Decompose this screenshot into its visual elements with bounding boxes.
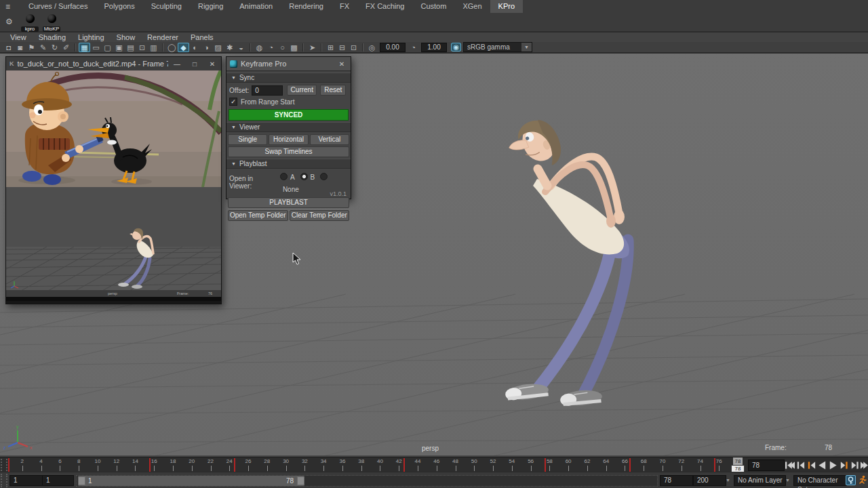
- playback-range-bar[interactable]: 1 78: [78, 476, 304, 486]
- close-icon[interactable]: ✕: [333, 60, 351, 68]
- horizontal-viewer-button[interactable]: Horizontal: [269, 134, 308, 145]
- lock-camera-icon[interactable]: ◙: [14, 43, 26, 52]
- shelf-tab-curves-surfaces[interactable]: Curves / Surfaces: [20, 0, 96, 13]
- single-pane-icon[interactable]: ⊡: [348, 43, 359, 52]
- backface-culling-icon[interactable]: ○: [277, 43, 288, 52]
- open-in-viewer-radio-none[interactable]: [320, 173, 328, 180]
- shelf-button-mtokp[interactable]: MtoKP: [42, 14, 61, 32]
- playback-start-field[interactable]: 1: [42, 475, 74, 486]
- synced-status-button[interactable]: SYNCED: [229, 109, 349, 121]
- select-camera-icon[interactable]: ◘: [3, 43, 14, 52]
- swap-timelines-button[interactable]: Swap Timelines: [228, 146, 349, 157]
- panel-menu-view[interactable]: View: [4, 33, 33, 42]
- range-grip[interactable]: [1, 474, 7, 487]
- step-back-frame-button[interactable]: [806, 460, 816, 470]
- single-viewer-button[interactable]: Single: [228, 134, 267, 145]
- animation-preferences-button[interactable]: [858, 475, 867, 485]
- flat-shade-icon[interactable]: ◐: [189, 43, 201, 52]
- vertical-viewer-button[interactable]: Vertical: [310, 134, 349, 145]
- keyframe-pro-window[interactable]: Keyframe Pro ✕ ▼ Sync Offset: 0 Current …: [226, 56, 351, 199]
- exposure-field[interactable]: 0.00: [380, 43, 406, 52]
- safe-action-icon[interactable]: ⊡: [136, 43, 148, 52]
- separate-panel-icon[interactable]: ⊞: [325, 43, 336, 52]
- film-gate-icon[interactable]: ▭: [90, 43, 102, 52]
- grid-icon[interactable]: ▦: [79, 43, 90, 52]
- shadows-icon[interactable]: ◒: [235, 43, 247, 52]
- pane-layout-icon[interactable]: ⊟: [336, 43, 348, 52]
- resolution-gate-icon[interactable]: ▢: [102, 43, 113, 52]
- keyframe-pro-titlebar[interactable]: Keyframe Pro ✕: [226, 57, 351, 71]
- gamma-icon[interactable]: ◔: [408, 43, 419, 52]
- chevron-down-icon[interactable]: ▼: [726, 478, 730, 483]
- panel-menu-show[interactable]: Show: [111, 33, 142, 42]
- gate-mask-icon[interactable]: ▣: [113, 43, 125, 52]
- character-3d-model[interactable]: [503, 115, 629, 407]
- current-time-field[interactable]: 78: [748, 460, 785, 471]
- maximize-button[interactable]: □: [186, 60, 203, 68]
- shelf-tab-fx[interactable]: FX: [332, 0, 357, 13]
- field-chart-icon[interactable]: ▤: [125, 43, 136, 52]
- video-reference-window[interactable]: K to_duck_or_not_to_duck_edit2.mp4 - Fra…: [5, 56, 222, 304]
- playblast-video-frame[interactable]: persp Frame: 76: [6, 187, 221, 301]
- minimize-button[interactable]: —: [168, 60, 186, 68]
- go-to-end-button[interactable]: [861, 460, 868, 470]
- shelf-menu-icon[interactable]: ≡: [5, 3, 10, 11]
- chevron-down-icon[interactable]: ▼: [521, 43, 532, 52]
- go-to-start-button[interactable]: [785, 460, 795, 470]
- panel-menu-shading[interactable]: Shading: [33, 33, 72, 42]
- clear-temp-folder-button[interactable]: Clear Temp Folder: [290, 210, 350, 221]
- shelf-tab-polygons[interactable]: Polygons: [96, 0, 142, 13]
- bookmark-icon[interactable]: ⚑: [26, 43, 37, 52]
- default-material-icon[interactable]: ◍: [254, 43, 265, 52]
- video-window-titlebar[interactable]: K to_duck_or_not_to_duck_edit2.mp4 - Fra…: [6, 57, 221, 71]
- playback-end-field[interactable]: 78: [660, 475, 693, 486]
- grease-pencil-icon[interactable]: ✐: [60, 43, 72, 52]
- range-start-handle[interactable]: [78, 476, 85, 485]
- timeline-grip[interactable]: [1, 459, 7, 471]
- close-button[interactable]: ✕: [203, 60, 221, 68]
- view-transform-button[interactable]: ◉: [451, 43, 461, 52]
- textured-icon[interactable]: ▨: [212, 43, 224, 52]
- cartoon-video-frame[interactable]: [6, 70, 221, 187]
- shaded-icon[interactable]: ◆: [178, 43, 189, 52]
- shelf-tab-sculpting[interactable]: Sculpting: [143, 0, 190, 13]
- character-set-field[interactable]: No Character Set: [793, 475, 847, 486]
- from-range-start-checkbox[interactable]: ✓: [229, 98, 237, 106]
- isolate-select-icon[interactable]: ➤: [307, 43, 318, 52]
- anim-layer-field[interactable]: No Anim Layer: [734, 475, 786, 486]
- wireframe-icon[interactable]: ◯: [166, 43, 178, 52]
- offset-input[interactable]: 0: [252, 85, 283, 96]
- open-temp-folder-button[interactable]: Open Temp Folder: [228, 210, 288, 221]
- wireframe-on-shaded-icon[interactable]: ◑: [201, 43, 212, 52]
- view-transform-dropdown[interactable]: sRGB gamma ▼: [463, 42, 532, 52]
- play-forwards-button[interactable]: [828, 460, 838, 470]
- shelf-tab-animation[interactable]: Animation: [231, 0, 281, 13]
- 2d-pan-zoom-icon[interactable]: ↻: [49, 43, 60, 52]
- shelf-button-kpro[interactable]: kpro: [20, 14, 39, 32]
- open-in-viewer-radio-b[interactable]: [300, 173, 308, 180]
- viewer-section-header[interactable]: ▼ Viewer: [226, 122, 351, 132]
- animation-end-field[interactable]: 200: [693, 475, 726, 486]
- playblast-button[interactable]: PLAYBLAST: [228, 197, 349, 208]
- time-slider[interactable]: 2468101214161820222426283032343638404244…: [8, 458, 743, 472]
- playblast-section-header[interactable]: ▼ Playblast: [226, 159, 351, 169]
- range-slider-track[interactable]: 1 78: [76, 475, 658, 487]
- panel-menu-renderer[interactable]: Renderer: [141, 33, 184, 42]
- smooth-wireframe-icon[interactable]: ▩: [288, 43, 300, 52]
- chevron-down-icon[interactable]: ▼: [785, 478, 790, 483]
- auto-keyframe-toggle[interactable]: [846, 475, 856, 485]
- shelf-tab-rigging[interactable]: Rigging: [190, 0, 231, 13]
- shelf-gear-icon[interactable]: ⚙: [5, 18, 13, 26]
- step-back-key-button[interactable]: [795, 460, 806, 470]
- shelf-tab-custom[interactable]: Custom: [413, 0, 455, 13]
- shelf-tab-fx-caching[interactable]: FX Caching: [357, 0, 412, 13]
- shelf-tab-xgen[interactable]: XGen: [454, 0, 490, 13]
- use-all-lights-icon[interactable]: ✱: [224, 43, 235, 52]
- image-plane-icon[interactable]: ✎: [37, 43, 49, 52]
- current-frame-indicator[interactable]: 7878: [733, 458, 743, 472]
- animation-start-field[interactable]: 1: [9, 475, 43, 486]
- range-end-handle[interactable]: [297, 476, 304, 485]
- current-button[interactable]: Current: [287, 85, 317, 96]
- reset-button[interactable]: Reset: [320, 85, 346, 96]
- step-forward-frame-button[interactable]: [839, 460, 849, 470]
